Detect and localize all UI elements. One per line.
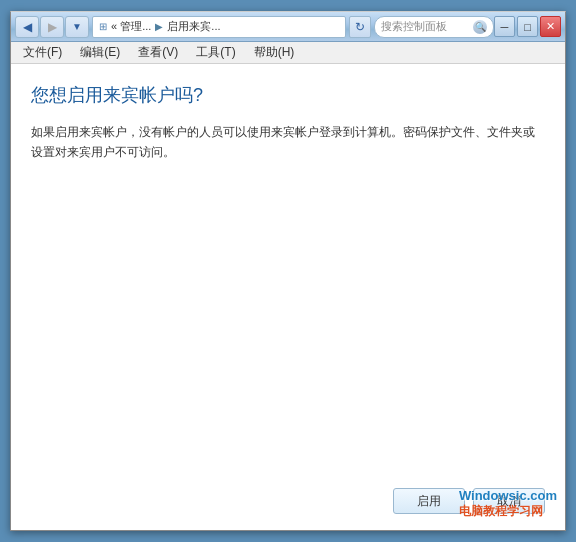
maximize-button[interactable]: □ — [517, 16, 538, 37]
nav-btn-group: ◀ ▶ ▼ — [15, 16, 89, 38]
menu-tools[interactable]: 工具(T) — [188, 42, 243, 63]
watermark: Windowsic.com 电脑教程学习网 — [459, 488, 557, 520]
back-button[interactable]: ◀ — [15, 16, 39, 38]
menu-view[interactable]: 查看(V) — [130, 42, 186, 63]
menu-file[interactable]: 文件(F) — [15, 42, 70, 63]
up-button[interactable]: ▼ — [65, 16, 89, 38]
breadcrumb-icon: ⊞ — [99, 21, 107, 32]
search-placeholder: 搜索控制面板 — [381, 19, 469, 34]
breadcrumb-prefix: « 管理... — [111, 19, 151, 34]
content-area: 您想启用来宾帐户吗? 如果启用来宾帐户，没有帐户的人员可以使用来宾帐户登录到计算… — [11, 64, 565, 530]
title-bar-left: ◀ ▶ ▼ ⊞ « 管理... ▶ 启用来宾... ↻ 搜索控制面板 🔍 — [15, 16, 494, 38]
search-icon[interactable]: 🔍 — [473, 20, 487, 34]
menu-edit[interactable]: 编辑(E) — [72, 42, 128, 63]
title-controls: ─ □ ✕ — [494, 16, 561, 37]
breadcrumb-arrow: ▶ — [155, 21, 163, 32]
title-bar: ◀ ▶ ▼ ⊞ « 管理... ▶ 启用来宾... ↻ 搜索控制面板 🔍 ─ □… — [11, 12, 565, 42]
menu-help[interactable]: 帮助(H) — [246, 42, 303, 63]
main-window: ◀ ▶ ▼ ⊞ « 管理... ▶ 启用来宾... ↻ 搜索控制面板 🔍 ─ □… — [10, 11, 566, 531]
watermark-line1: Windowsic.com — [459, 488, 557, 505]
menu-bar: 文件(F) 编辑(E) 查看(V) 工具(T) 帮助(H) — [11, 42, 565, 64]
minimize-button[interactable]: ─ — [494, 16, 515, 37]
breadcrumb[interactable]: ⊞ « 管理... ▶ 启用来宾... — [92, 16, 346, 38]
description-text: 如果启用来宾帐户，没有帐户的人员可以使用来宾帐户登录到计算机。密码保护文件、文件… — [31, 123, 545, 161]
forward-button[interactable]: ▶ — [40, 16, 64, 38]
watermark-line2: 电脑教程学习网 — [459, 504, 557, 520]
close-button[interactable]: ✕ — [540, 16, 561, 37]
breadcrumb-current: 启用来宾... — [167, 19, 220, 34]
search-box[interactable]: 搜索控制面板 🔍 — [374, 16, 494, 38]
enable-button[interactable]: 启用 — [393, 488, 465, 514]
page-title: 您想启用来宾帐户吗? — [31, 84, 545, 107]
refresh-button[interactable]: ↻ — [349, 16, 371, 38]
